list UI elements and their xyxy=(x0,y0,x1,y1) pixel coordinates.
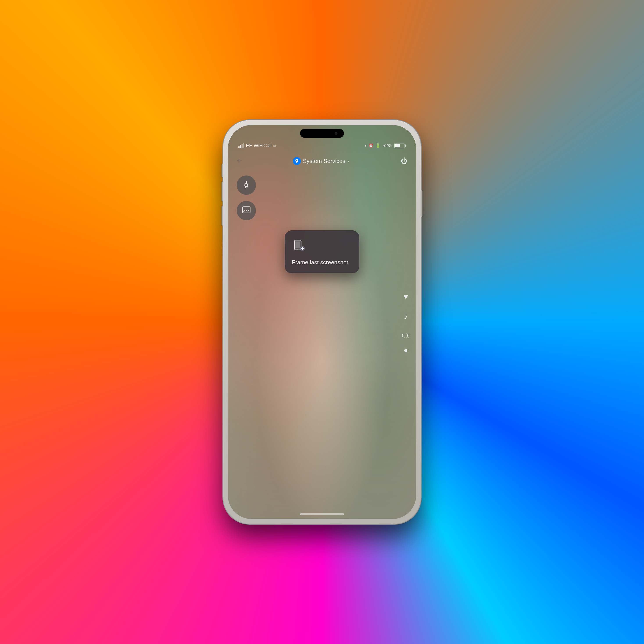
nav-title-container[interactable]: System Services › xyxy=(293,157,349,165)
navigation-header: + System Services › ⏻ xyxy=(228,153,416,169)
accessibility-button[interactable] xyxy=(237,175,256,195)
shortcut-card[interactable]: Frame last screenshot xyxy=(285,230,359,273)
carrier-text: EE WiFiCall xyxy=(246,143,272,148)
handwriting-button[interactable] xyxy=(237,201,256,220)
power-button[interactable] xyxy=(421,190,422,217)
battery-percent: 52% xyxy=(383,143,392,148)
mute-button[interactable] xyxy=(222,164,223,177)
dot-icon xyxy=(404,349,407,352)
shortcut-icon-container xyxy=(292,238,307,254)
music-icon[interactable]: ♪ xyxy=(404,312,408,321)
add-button[interactable]: + xyxy=(237,156,241,166)
charging-icon: 🔋 xyxy=(376,143,380,148)
status-left: EE WiFiCall ⌾ xyxy=(238,143,276,148)
location-services-icon xyxy=(293,157,301,165)
power-icon[interactable]: ⏻ xyxy=(401,157,407,165)
camera-dot xyxy=(335,132,337,135)
status-right: ◂ ⏰ 🔋 52% xyxy=(364,143,406,148)
dynamic-island xyxy=(300,129,344,138)
chevron-right-icon: › xyxy=(347,158,349,164)
page-title: System Services xyxy=(303,158,345,165)
svg-rect-3 xyxy=(295,241,300,248)
status-bar: EE WiFiCall ⌾ ◂ ⏰ 🔋 52% xyxy=(228,140,416,151)
heart-icon[interactable]: ♥ xyxy=(403,292,408,301)
phone-device: EE WiFiCall ⌾ ◂ ⏰ 🔋 52% + xyxy=(223,120,421,524)
controls-area xyxy=(237,175,256,220)
volume-up-button[interactable] xyxy=(222,182,223,201)
right-icons-panel: ♥ ♪ ((·)) xyxy=(402,292,410,352)
wifi-icon: ⌾ xyxy=(273,143,276,148)
alarm-icon: ⏰ xyxy=(369,143,373,148)
signal-icon[interactable]: ((·)) xyxy=(402,332,410,338)
wallpaper xyxy=(228,125,416,519)
battery-icon xyxy=(394,143,406,148)
home-indicator xyxy=(300,513,344,515)
location-icon: ◂ xyxy=(364,143,366,148)
phone-screen: EE WiFiCall ⌾ ◂ ⏰ 🔋 52% + xyxy=(228,125,416,519)
shortcut-label: Frame last screenshot xyxy=(292,259,348,266)
svg-point-0 xyxy=(246,181,247,183)
volume-down-button[interactable] xyxy=(222,206,223,225)
signal-bars xyxy=(238,143,244,148)
svg-point-4 xyxy=(297,249,298,250)
